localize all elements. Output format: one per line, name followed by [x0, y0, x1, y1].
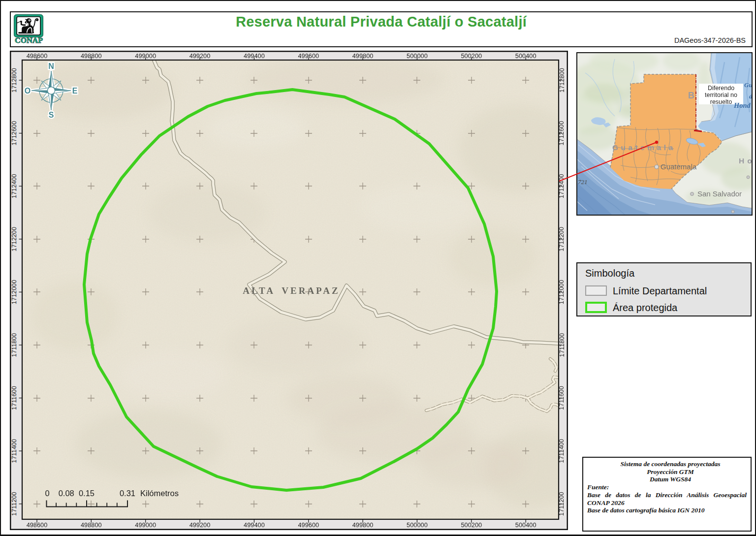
- svg-text:1712000: 1712000: [10, 280, 18, 304]
- svg-text:1711800: 1711800: [10, 333, 18, 357]
- svg-text:San Salvador: San Salvador: [697, 189, 742, 198]
- svg-text:Diferendo: Diferendo: [708, 85, 734, 92]
- svg-text:498600: 498600: [27, 521, 48, 529]
- svg-text:500000: 500000: [407, 521, 428, 529]
- svg-text:500200: 500200: [461, 521, 482, 529]
- svg-text:1711200: 1711200: [10, 492, 18, 516]
- svg-text:1711600: 1711600: [10, 386, 18, 410]
- svg-text:500400: 500400: [515, 52, 536, 60]
- svg-text:721: 721: [578, 178, 588, 186]
- svg-text:0: 0: [45, 489, 49, 498]
- svg-text:1711400: 1711400: [558, 439, 566, 463]
- svg-text:500400: 500400: [515, 521, 536, 529]
- svg-text:498600: 498600: [27, 52, 48, 60]
- svg-text:499600: 499600: [298, 521, 319, 529]
- svg-text:0.15: 0.15: [79, 489, 94, 498]
- svg-text:0.08: 0.08: [59, 489, 74, 498]
- svg-text:Hond: Hond: [733, 101, 751, 109]
- svg-text:499800: 499800: [352, 52, 374, 60]
- svg-text:1712200: 1712200: [558, 227, 566, 252]
- svg-text:499000: 499000: [135, 521, 156, 529]
- svg-text:Guatemala: Guatemala: [612, 143, 676, 152]
- svg-text:B: B: [688, 91, 694, 100]
- svg-text:1711600: 1711600: [558, 386, 566, 410]
- svg-text:499200: 499200: [189, 52, 211, 60]
- svg-text:CONAP: CONAP: [15, 36, 43, 44]
- svg-text:499600: 499600: [298, 52, 319, 60]
- svg-text:0.31: 0.31: [120, 489, 135, 498]
- svg-text:1712600: 1712600: [558, 121, 566, 146]
- svg-text:498800: 498800: [81, 52, 102, 60]
- svg-text:1712600: 1712600: [10, 121, 18, 146]
- svg-text:499000: 499000: [135, 52, 156, 60]
- svg-text:500200: 500200: [461, 52, 482, 60]
- svg-text:1711800: 1711800: [558, 333, 566, 357]
- svg-text:resuelto: resuelto: [710, 98, 732, 105]
- svg-text:499200: 499200: [189, 521, 211, 529]
- svg-text:1711400: 1711400: [10, 439, 18, 463]
- svg-text:territorial no: territorial no: [705, 92, 737, 98]
- svg-text:1712200: 1712200: [10, 227, 18, 252]
- svg-text:1712800: 1712800: [10, 68, 18, 93]
- svg-text:E: E: [72, 87, 78, 95]
- svg-text:Kilómetros: Kilómetros: [140, 489, 179, 498]
- svg-text:500000: 500000: [407, 52, 428, 60]
- svg-text:499400: 499400: [244, 52, 265, 60]
- svg-text:499800: 499800: [352, 521, 374, 529]
- svg-text:1711200: 1711200: [558, 492, 566, 516]
- svg-text:1712000: 1712000: [558, 280, 566, 304]
- svg-text:ALTA VERAPAZ: ALTA VERAPAZ: [243, 285, 340, 296]
- svg-text:O: O: [25, 87, 31, 95]
- svg-text:N: N: [48, 62, 54, 70]
- svg-text:Ho: Ho: [739, 157, 753, 165]
- svg-text:d: d: [749, 93, 753, 100]
- svg-text:Gu: Gu: [744, 81, 753, 89]
- svg-text:499400: 499400: [244, 521, 265, 529]
- svg-text:1712400: 1712400: [558, 174, 566, 198]
- svg-text:S: S: [49, 111, 54, 119]
- svg-text:1712800: 1712800: [558, 68, 566, 93]
- svg-text:498800: 498800: [81, 521, 102, 529]
- svg-text:1712400: 1712400: [10, 174, 18, 198]
- svg-text:Guatemala: Guatemala: [661, 162, 697, 171]
